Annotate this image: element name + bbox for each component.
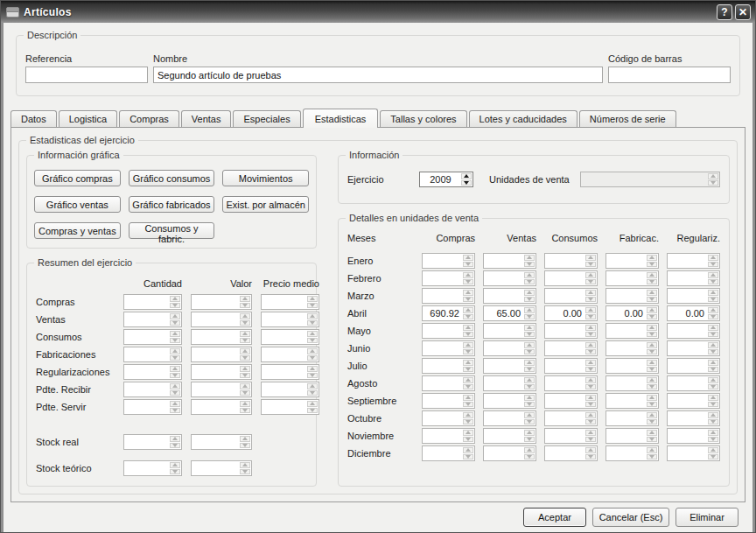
- spin-up-icon[interactable]: [708, 430, 718, 436]
- tab-numeros-serie[interactable]: Números de serie: [579, 110, 676, 127]
- spin-up-icon[interactable]: [463, 447, 473, 453]
- spin-down-icon[interactable]: [708, 367, 718, 373]
- ventas-spin-field[interactable]: [483, 445, 536, 461]
- spin-down-icon[interactable]: [240, 338, 250, 344]
- spin-down-icon[interactable]: [170, 408, 180, 414]
- spin-down-icon[interactable]: [585, 332, 596, 338]
- compras-spin-field[interactable]: [422, 340, 475, 356]
- spin-up-icon[interactable]: [647, 342, 657, 348]
- ventas-spin-field[interactable]: [483, 410, 536, 426]
- spin-down-icon[interactable]: [708, 297, 718, 303]
- spin-down-icon[interactable]: [585, 314, 596, 320]
- spin-up-icon[interactable]: [240, 401, 250, 407]
- spin-up-icon[interactable]: [585, 447, 596, 453]
- spin-up-icon[interactable]: [708, 325, 718, 331]
- spin-up-icon[interactable]: [708, 412, 718, 418]
- tab-estadisticas[interactable]: Estadisticas: [303, 109, 379, 128]
- spin-up-icon[interactable]: [708, 377, 718, 383]
- spin-up-icon[interactable]: [170, 331, 180, 337]
- spin-down-icon[interactable]: [524, 402, 535, 408]
- regulariz-spin-field[interactable]: [667, 375, 720, 391]
- spin-down-icon[interactable]: [240, 303, 250, 309]
- spin-down-icon[interactable]: [524, 349, 535, 355]
- spin-up-icon[interactable]: [647, 360, 657, 366]
- tab-logistica[interactable]: Logistica: [59, 110, 117, 127]
- compras-spin-field[interactable]: 690.92: [422, 305, 475, 321]
- spin-up-icon[interactable]: [463, 290, 473, 296]
- spin-down-icon[interactable]: [585, 419, 596, 425]
- compras-spin-field[interactable]: [422, 270, 475, 286]
- spin-up-icon[interactable]: [463, 430, 473, 436]
- spin-down-icon[interactable]: [524, 279, 535, 285]
- spin-up-icon[interactable]: [240, 462, 250, 468]
- consumos-spin-field[interactable]: [544, 375, 598, 391]
- valor-spin-field[interactable]: [191, 399, 252, 415]
- spin-down-icon[interactable]: [170, 355, 180, 361]
- spin-up-icon[interactable]: [647, 272, 657, 278]
- spin-up-icon[interactable]: [585, 412, 596, 418]
- consumos-spin-field[interactable]: [544, 340, 598, 356]
- spin-down-icon[interactable]: [585, 454, 596, 460]
- spin-up-icon[interactable]: [307, 348, 318, 354]
- spin-up-icon[interactable]: [240, 313, 250, 319]
- movimientos-button[interactable]: Movimientos: [222, 170, 309, 186]
- spin-down-icon[interactable]: [524, 384, 535, 390]
- ventas-spin-field[interactable]: [483, 288, 536, 304]
- spin-down-icon[interactable]: [585, 437, 596, 443]
- spin-up-icon[interactable]: [708, 255, 718, 261]
- spin-down-icon[interactable]: [708, 402, 718, 408]
- precio-medio-spin-field[interactable]: [261, 382, 319, 397]
- spin-up-icon[interactable]: [585, 342, 596, 348]
- spin-down-icon[interactable]: [463, 349, 473, 355]
- spin-up-icon[interactable]: [585, 290, 596, 296]
- tab-tallas-colores[interactable]: Tallas y colores: [380, 110, 466, 127]
- compras-spin-field[interactable]: [422, 410, 475, 426]
- spin-down-icon[interactable]: [708, 332, 718, 338]
- spin-down-icon[interactable]: [307, 408, 318, 414]
- spin-down-icon[interactable]: [307, 355, 318, 361]
- ventas-spin-field[interactable]: [483, 393, 536, 409]
- fabricac-spin-field[interactable]: [606, 393, 659, 409]
- spin-up-icon[interactable]: [524, 307, 535, 313]
- regulariz-spin-field[interactable]: [667, 445, 720, 461]
- spin-down-icon[interactable]: [708, 384, 718, 390]
- regulariz-spin-field[interactable]: [667, 253, 720, 269]
- spin-down-icon[interactable]: [647, 419, 657, 425]
- spin-up-icon[interactable]: [307, 383, 318, 389]
- grafico-consumos-button[interactable]: Gráfico consumos: [129, 170, 215, 186]
- spin-down-icon[interactable]: [585, 402, 596, 408]
- spin-up-icon[interactable]: [170, 436, 180, 442]
- spin-up-icon[interactable]: [463, 325, 473, 331]
- exist-por-almacen-button[interactable]: Exist. por almacén: [222, 196, 309, 213]
- spin-up-icon[interactable]: [524, 412, 535, 418]
- spin-up-icon[interactable]: [170, 348, 180, 354]
- help-icon[interactable]: ?: [717, 4, 732, 20]
- regulariz-spin-field[interactable]: [667, 270, 720, 286]
- regulariz-spin-field[interactable]: [667, 323, 720, 339]
- spin-up-icon[interactable]: [170, 296, 180, 302]
- spin-down-icon[interactable]: [463, 402, 473, 408]
- consumos-spin-field[interactable]: [544, 270, 598, 286]
- spin-down-icon[interactable]: [585, 384, 596, 390]
- valor-spin-field[interactable]: [191, 347, 252, 362]
- spin-up-icon[interactable]: [463, 307, 473, 313]
- consumos-spin-field[interactable]: [544, 445, 598, 461]
- spin-down-icon[interactable]: [647, 454, 657, 460]
- regulariz-spin-field[interactable]: 0.00: [667, 305, 720, 321]
- spin-up-icon[interactable]: [585, 360, 596, 366]
- spin-up-icon[interactable]: [463, 342, 473, 348]
- spin-up-icon[interactable]: [240, 296, 250, 302]
- spin-up-icon[interactable]: [524, 255, 535, 261]
- spin-down-icon[interactable]: [240, 443, 250, 449]
- spin-up-icon[interactable]: [708, 360, 718, 366]
- spin-down-icon[interactable]: [170, 320, 180, 326]
- spin-down-icon[interactable]: [524, 297, 535, 303]
- spin-down-icon[interactable]: [585, 279, 596, 285]
- spin-up-icon[interactable]: [240, 348, 250, 354]
- spin-up-icon[interactable]: [524, 342, 535, 348]
- precio-medio-spin-field[interactable]: [261, 294, 319, 310]
- spin-down-icon[interactable]: [307, 320, 318, 326]
- spin-down-icon[interactable]: [647, 384, 657, 390]
- ventas-spin-field[interactable]: [483, 253, 536, 269]
- spin-up-icon[interactable]: [170, 366, 180, 372]
